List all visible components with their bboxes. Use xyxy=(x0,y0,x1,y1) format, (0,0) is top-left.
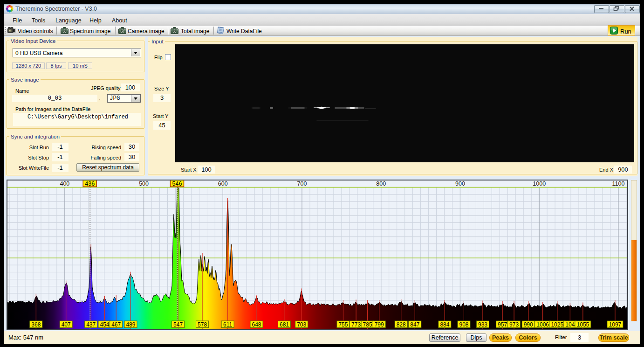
svg-text:454: 454 xyxy=(100,321,109,328)
svg-text:546: 546 xyxy=(172,180,182,187)
svg-text:1000: 1000 xyxy=(533,180,546,187)
svg-text:547: 547 xyxy=(173,321,183,328)
svg-text:800: 800 xyxy=(376,180,386,187)
svg-text:500: 500 xyxy=(139,180,149,187)
svg-text:648: 648 xyxy=(252,321,261,328)
svg-text:400: 400 xyxy=(60,180,69,187)
svg-text:681: 681 xyxy=(280,321,289,328)
svg-text:973: 973 xyxy=(509,321,519,328)
svg-text:467: 467 xyxy=(111,321,121,328)
svg-text:908: 908 xyxy=(459,321,468,328)
svg-text:1100: 1100 xyxy=(612,180,624,187)
svg-text:755: 755 xyxy=(338,321,348,328)
svg-text:436: 436 xyxy=(85,180,95,187)
svg-text:703: 703 xyxy=(297,321,306,328)
svg-text:611: 611 xyxy=(223,321,232,328)
svg-text:104: 104 xyxy=(565,321,575,328)
svg-text:1025: 1025 xyxy=(551,321,563,328)
svg-text:933: 933 xyxy=(478,321,487,328)
svg-text:600: 600 xyxy=(218,180,228,187)
svg-text:489: 489 xyxy=(126,321,135,328)
svg-text:799: 799 xyxy=(375,321,384,328)
svg-text:957: 957 xyxy=(498,321,507,328)
svg-text:1097: 1097 xyxy=(609,321,622,328)
svg-text:407: 407 xyxy=(62,321,71,328)
svg-text:700: 700 xyxy=(297,180,307,187)
svg-text:884: 884 xyxy=(440,321,449,328)
svg-text:437: 437 xyxy=(86,321,96,328)
svg-text:900: 900 xyxy=(455,180,465,187)
svg-text:368: 368 xyxy=(31,321,41,328)
svg-text:773: 773 xyxy=(351,321,361,328)
svg-text:828: 828 xyxy=(397,321,406,328)
svg-text:785: 785 xyxy=(363,321,372,328)
svg-text:1055: 1055 xyxy=(577,321,589,328)
svg-text:1006: 1006 xyxy=(536,321,549,328)
svg-text:578: 578 xyxy=(198,321,207,328)
svg-text:847: 847 xyxy=(410,321,419,328)
svg-text:990: 990 xyxy=(524,321,533,328)
